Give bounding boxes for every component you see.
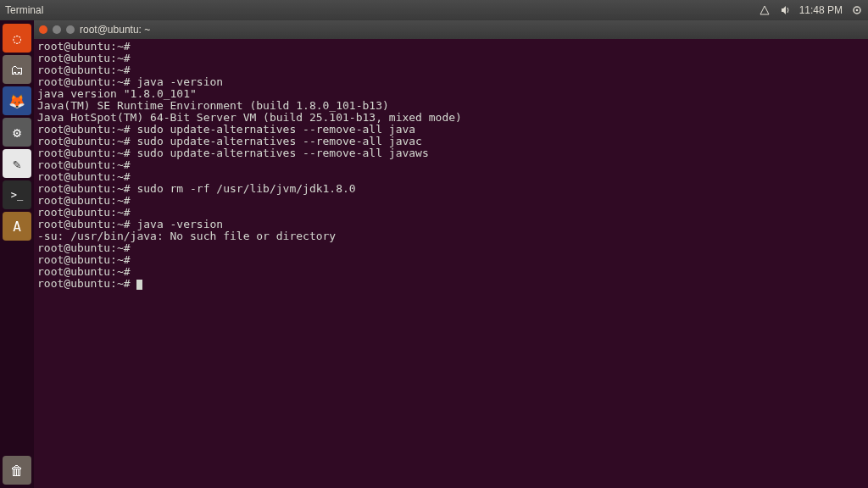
terminal-line: root@ubuntu:~# (37, 171, 865, 183)
maximize-icon[interactable] (66, 25, 75, 34)
svg-point-1 (856, 9, 859, 12)
terminal-line: root@ubuntu:~# sudo update-alternatives … (37, 147, 865, 159)
desktop-top-panel: Terminal 11:48 PM (0, 0, 868, 20)
minimize-icon[interactable] (53, 25, 61, 34)
settings-icon[interactable]: ⚙ (3, 118, 31, 147)
terminal-line: Java HotSpot(TM) 64-Bit Server VM (build… (37, 112, 865, 124)
terminal-titlebar[interactable]: root@ubuntu: ~ (34, 20, 868, 39)
terminal-window: root@ubuntu: ~ root@ubuntu:~# root@ubunt… (34, 20, 868, 488)
terminal-line: root@ubuntu:~# (37, 159, 865, 171)
terminal-line: root@ubuntu:~# (37, 242, 865, 254)
terminal-line: root@ubuntu:~# (37, 64, 865, 76)
network-icon[interactable] (759, 4, 771, 16)
panel-indicators: 11:48 PM (759, 4, 863, 16)
terminal-line: root@ubuntu:~# java -version (37, 76, 865, 88)
terminal-body[interactable]: root@ubuntu:~# root@ubuntu:~# root@ubunt… (34, 39, 868, 488)
terminal-line: root@ubuntu:~# sudo update-alternatives … (37, 124, 865, 136)
close-icon[interactable] (39, 25, 47, 34)
terminal-line: root@ubuntu:~# (37, 278, 865, 290)
terminal-line: root@ubuntu:~# (37, 254, 865, 266)
panel-active-app: Terminal (5, 4, 759, 16)
dash-icon[interactable]: ◌ (3, 24, 31, 53)
terminal-line: root@ubuntu:~# (37, 41, 865, 53)
files-icon[interactable]: 🗂 (3, 55, 31, 84)
terminal-cursor (136, 280, 142, 290)
terminal-line: root@ubuntu:~# sudo rm -rf /usr/lib/jvm/… (37, 183, 865, 195)
terminal-line: root@ubuntu:~# (37, 207, 865, 219)
firefox-icon[interactable]: 🦊 (3, 86, 31, 115)
terminal-line: -su: /usr/bin/java: No such file or dire… (37, 230, 865, 242)
terminal-line: root@ubuntu:~# (37, 266, 865, 278)
text-editor-icon[interactable]: ✎ (3, 149, 31, 178)
software-updater-icon[interactable]: A (3, 212, 31, 241)
terminal-line: Java(TM) SE Runtime Environment (build 1… (37, 100, 865, 112)
terminal-line: java version "1.8.0_101" (37, 88, 865, 100)
terminal-title: root@ubuntu: ~ (80, 24, 150, 36)
trash-icon[interactable]: 🗑 (3, 456, 31, 485)
terminal-line: root@ubuntu:~# (37, 195, 865, 207)
sound-icon[interactable] (779, 4, 791, 16)
terminal-line: root@ubuntu:~# (37, 53, 865, 64)
terminal-icon[interactable]: >_ (3, 180, 31, 209)
unity-launcher: ◌🗂🦊⚙✎>_A🗑 (0, 20, 34, 488)
terminal-line: root@ubuntu:~# sudo update-alternatives … (37, 136, 865, 147)
session-gear-icon[interactable] (851, 4, 863, 16)
terminal-line: root@ubuntu:~# java -version (37, 219, 865, 230)
panel-clock[interactable]: 11:48 PM (799, 4, 843, 16)
